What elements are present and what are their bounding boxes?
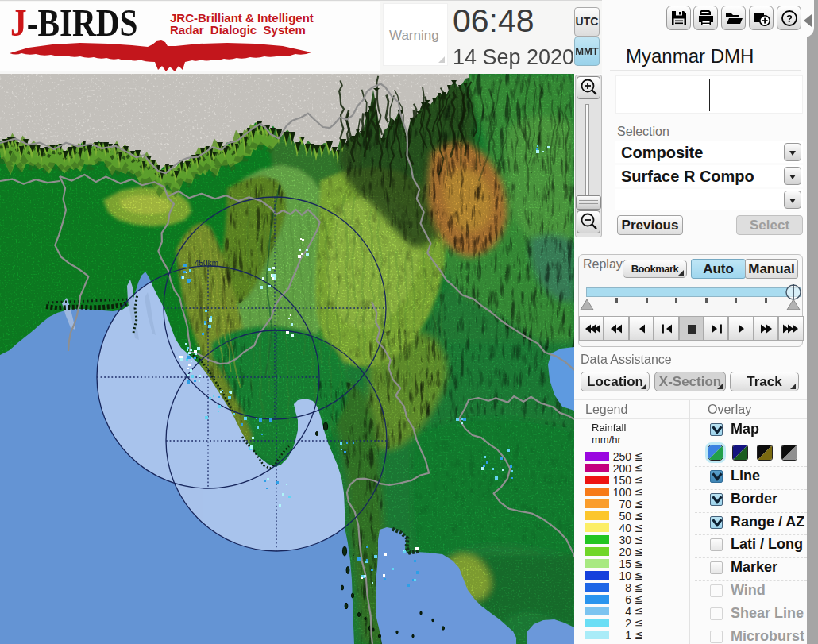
svg-text:450km: 450km <box>195 259 218 268</box>
svg-text:?: ? <box>786 13 793 25</box>
